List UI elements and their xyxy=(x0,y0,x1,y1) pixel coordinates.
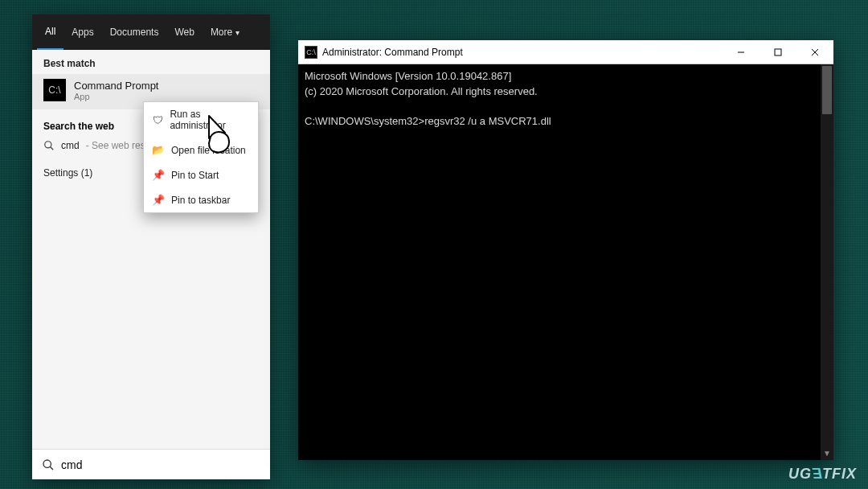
ctx-item-label: Pin to Start xyxy=(171,170,219,181)
admin-shield-icon: 🛡 xyxy=(152,114,163,126)
search-input[interactable] xyxy=(61,458,260,471)
pin-start-icon: 📌 xyxy=(152,169,165,181)
folder-open-icon: 📂 xyxy=(152,144,165,156)
svg-point-2 xyxy=(43,460,51,467)
svg-rect-5 xyxy=(775,49,781,55)
maximize-button[interactable] xyxy=(760,40,796,64)
best-match-label: Best match xyxy=(32,50,270,74)
scrollbar[interactable]: ▲ ▼ xyxy=(821,64,833,460)
watermark: UGETFIX xyxy=(788,466,857,483)
start-menu: All Apps Documents Web More ▾ Best match… xyxy=(32,14,270,479)
pin-taskbar-icon: 📌 xyxy=(152,194,165,206)
result-title: Command Prompt xyxy=(74,80,158,92)
ctx-run-as-administrator[interactable]: 🛡 Run as administrator xyxy=(144,102,258,138)
command-prompt-icon: C:\ xyxy=(305,46,317,59)
ctx-pin-to-start[interactable]: 📌 Pin to Start xyxy=(144,162,258,187)
command-prompt-window: C:\ Administrator: Command Prompt Micros… xyxy=(298,40,833,460)
web-query-text: cmd xyxy=(61,140,80,151)
ctx-item-label: Run as administrator xyxy=(170,109,250,131)
search-icon xyxy=(42,458,55,471)
tab-more[interactable]: More ▾ xyxy=(203,14,248,50)
window-title: Administrator: Command Prompt xyxy=(322,47,723,58)
svg-line-3 xyxy=(50,466,53,470)
svg-point-0 xyxy=(45,142,51,148)
tab-documents[interactable]: Documents xyxy=(102,14,167,50)
ctx-item-label: Pin to taskbar xyxy=(171,195,230,206)
terminal-output[interactable]: Microsoft Windows [Version 10.0.19042.86… xyxy=(298,64,833,460)
scroll-down-icon[interactable]: ▼ xyxy=(821,447,833,460)
start-tabs: All Apps Documents Web More ▾ xyxy=(32,14,270,50)
tab-apps[interactable]: Apps xyxy=(63,14,101,50)
command-prompt-icon: C:\ xyxy=(43,79,66,101)
context-menu: 🛡 Run as administrator 📂 Open file locat… xyxy=(143,101,259,213)
scrollbar-thumb[interactable] xyxy=(822,66,832,114)
ctx-pin-to-taskbar[interactable]: 📌 Pin to taskbar xyxy=(144,187,258,212)
ctx-item-label: Open file location xyxy=(171,145,246,156)
svg-line-1 xyxy=(51,147,54,150)
chevron-down-icon: ▾ xyxy=(235,28,240,37)
tab-all[interactable]: All xyxy=(37,14,63,50)
result-subtitle: App xyxy=(74,92,158,101)
title-bar[interactable]: C:\ Administrator: Command Prompt xyxy=(298,40,833,64)
minimize-button[interactable] xyxy=(723,40,760,64)
ctx-open-file-location[interactable]: 📂 Open file location xyxy=(144,138,258,162)
close-button[interactable] xyxy=(796,40,833,64)
search-bar xyxy=(32,449,270,479)
search-icon xyxy=(43,140,55,151)
tab-web[interactable]: Web xyxy=(166,14,202,50)
